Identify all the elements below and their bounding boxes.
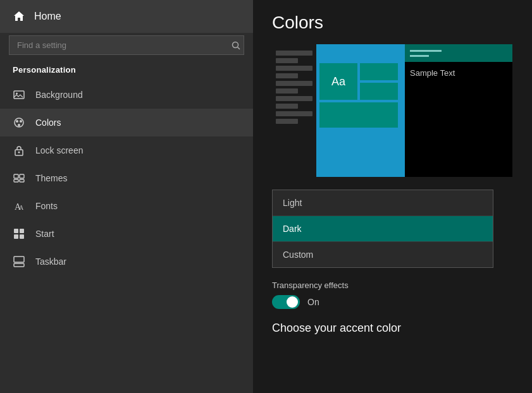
svg-rect-21: [14, 257, 24, 262]
sidebar: Home Personalization Background: [0, 0, 253, 393]
preview-tile-top: [360, 63, 398, 80]
preview-left-row-8: [276, 104, 298, 109]
color-mode-dropdown[interactable]: Light Dark Custom: [272, 190, 493, 268]
preview-left-row-6: [276, 88, 298, 94]
preview-tile-bottom: [360, 83, 398, 100]
background-label: Background: [35, 90, 83, 100]
colors-label: Colors: [35, 118, 61, 128]
transparency-toggle[interactable]: [272, 295, 300, 309]
lockscreen-label: Lock screen: [35, 145, 83, 155]
lockscreen-icon: [13, 144, 25, 157]
sidebar-home-button[interactable]: Home: [0, 0, 253, 33]
taskbar-label: Taskbar: [35, 257, 66, 267]
preview-header-bar-1: [410, 50, 442, 52]
accent-heading: Choose your accent color: [272, 322, 513, 335]
svg-rect-10: [14, 174, 18, 178]
preview-left-row-10: [276, 119, 298, 124]
sidebar-section-title: Personalization: [0, 61, 253, 81]
svg-rect-13: [20, 179, 24, 182]
svg-line-1: [238, 47, 240, 49]
dropdown-option-light[interactable]: Light: [273, 190, 493, 216]
preview-right-panel: Sample Text: [405, 44, 512, 177]
preview-tile-wide: [319, 102, 398, 128]
svg-rect-20: [14, 263, 24, 267]
preview-left-panel: [272, 44, 316, 177]
fonts-label: Fonts: [35, 201, 58, 211]
fonts-icon: A A: [13, 200, 25, 212]
preview-left-row-9: [276, 111, 312, 116]
page-title: Colors: [272, 13, 513, 33]
preview-sample-text: Sample Text: [410, 68, 455, 78]
start-label: Start: [35, 229, 54, 239]
svg-point-6: [20, 120, 22, 123]
sidebar-item-themes[interactable]: Themes: [0, 164, 253, 192]
svg-point-9: [18, 152, 20, 154]
svg-point-5: [16, 120, 18, 123]
svg-rect-19: [20, 234, 24, 239]
preview-left-row-2: [276, 58, 298, 63]
preview-right-header: [405, 44, 512, 62]
transparency-value: On: [307, 297, 319, 307]
svg-rect-11: [20, 174, 24, 178]
svg-point-0: [233, 42, 238, 47]
preview-small-tiles: [360, 63, 398, 100]
search-box: [9, 35, 244, 55]
preview-left-row-3: [276, 66, 312, 71]
svg-text:A: A: [19, 204, 24, 211]
preview-tile-row-2: [319, 102, 398, 128]
start-icon: [13, 227, 25, 240]
preview-left-row-7: [276, 96, 312, 101]
home-label: Home: [34, 11, 61, 22]
taskbar-icon: [13, 255, 25, 268]
sidebar-item-taskbar[interactable]: Taskbar: [0, 248, 253, 275]
home-icon: [13, 10, 25, 23]
themes-icon: [13, 172, 25, 184]
svg-rect-18: [14, 234, 18, 239]
dropdown-option-custom[interactable]: Custom: [273, 242, 493, 267]
preview-left-row-4: [276, 73, 298, 78]
sidebar-item-background[interactable]: Background: [0, 81, 253, 109]
theme-preview: Aa: [272, 44, 512, 177]
search-input[interactable]: [9, 35, 244, 55]
sidebar-item-colors[interactable]: Colors: [0, 109, 253, 136]
preview-tile-row-1: Aa: [319, 63, 398, 100]
sidebar-item-fonts[interactable]: A A Fonts: [0, 192, 253, 220]
svg-rect-12: [14, 179, 18, 182]
transparency-label: Transparency effects: [272, 281, 513, 290]
svg-rect-16: [14, 229, 18, 233]
svg-rect-17: [20, 229, 24, 233]
svg-point-3: [16, 93, 18, 95]
toggle-knob: [287, 296, 298, 308]
preview-aa-tile: Aa: [319, 63, 357, 100]
sidebar-item-lockscreen[interactable]: Lock screen: [0, 136, 253, 164]
search-icon-button[interactable]: [232, 41, 240, 50]
main-content: Colors Aa: [253, 0, 532, 393]
toggle-row: On: [272, 295, 513, 309]
themes-label: Themes: [35, 173, 68, 183]
preview-left-row-5: [276, 81, 312, 86]
preview-left-row-1: [276, 51, 312, 56]
dropdown-option-dark[interactable]: Dark: [273, 216, 493, 242]
preview-right-body: Sample Text: [405, 62, 512, 177]
preview-aa-text: Aa: [331, 75, 345, 88]
image-icon: [13, 88, 25, 101]
preview-inner: Aa: [272, 44, 512, 177]
preview-center: Aa: [319, 63, 398, 128]
sidebar-item-start[interactable]: Start: [0, 220, 253, 248]
colors-icon: [13, 116, 25, 129]
svg-point-7: [18, 124, 20, 126]
preview-header-bar-2: [410, 55, 429, 57]
